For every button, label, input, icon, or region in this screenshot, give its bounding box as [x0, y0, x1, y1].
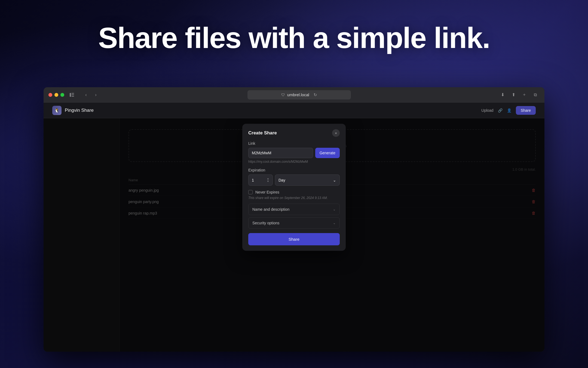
- expiration-row: 1 ▲ ▼ Day ⌄: [248, 174, 340, 186]
- browser-actions: ⬇ ⬆ ＋ ⧉: [498, 91, 540, 99]
- browser-window: ‹ › 🛡 umbrel.local ↻ ⬇ ⬆ ＋ ⧉ 🐧 Pingvin S…: [44, 87, 544, 352]
- share-browser-button[interactable]: ⬆: [509, 91, 518, 99]
- app-logo-icon: 🐧: [54, 108, 60, 113]
- url-text: umbrel.local: [287, 92, 309, 97]
- link-preview: https://my.cool.domain.com/s/M2MzMwM: [248, 160, 340, 164]
- share-action-button[interactable]: Share: [248, 233, 340, 245]
- link-icon: 🔗: [498, 108, 503, 113]
- main-area: Drag'n'drop files 1.0 GB in total. Name …: [44, 118, 544, 352]
- modal-body: Link Generate https://my.cool.domain.com…: [242, 141, 346, 251]
- upload-button[interactable]: Upload: [481, 108, 493, 113]
- expiration-unit-select[interactable]: Day ⌄: [275, 174, 340, 186]
- link-row: Generate: [248, 148, 340, 158]
- traffic-lights: [48, 93, 64, 97]
- tab-overview-button[interactable]: ⧉: [531, 91, 540, 99]
- expiration-number-input[interactable]: 1 ▲ ▼: [248, 174, 273, 186]
- modal-header: Create Share ×: [242, 124, 346, 141]
- back-button[interactable]: ‹: [82, 91, 90, 99]
- security-options-label: Security options: [252, 221, 280, 225]
- svg-rect-0: [70, 93, 71, 97]
- never-expires-checkbox[interactable]: [248, 190, 253, 194]
- generate-button[interactable]: Generate: [315, 148, 340, 158]
- chevron-down-icon: ⌄: [333, 207, 336, 211]
- security-options-accordion-header[interactable]: Security options ⌄: [249, 218, 339, 228]
- address-bar[interactable]: 🛡 umbrel.local ↻: [247, 90, 351, 99]
- browser-nav: ‹ ›: [82, 91, 100, 99]
- app-header-actions: Upload 🔗 👤 Share: [481, 106, 536, 115]
- modal-overlay: Create Share × Link Generate https://my.…: [44, 118, 544, 352]
- expiration-unit-value: Day: [278, 178, 285, 182]
- link-label: Link: [248, 141, 340, 146]
- sidebar-toggle-button[interactable]: [68, 91, 76, 99]
- expiry-info-text: This share will expire on September 26, …: [248, 196, 340, 200]
- modal-title: Create Share: [248, 130, 277, 136]
- svg-rect-3: [72, 96, 74, 97]
- app-logo: 🐧: [52, 106, 62, 115]
- security-options-accordion: Security options ⌄: [248, 217, 340, 229]
- traffic-light-close[interactable]: [48, 93, 52, 97]
- share-header-button[interactable]: Share: [516, 106, 536, 115]
- app-header: 🐧 Pingvin Share Upload 🔗 👤 Share: [44, 102, 544, 118]
- traffic-light-maximize[interactable]: [60, 93, 64, 97]
- download-button[interactable]: ⬇: [498, 91, 507, 99]
- hero-heading: Share files with a simple link.: [0, 22, 588, 54]
- expiration-number-value: 1: [252, 178, 254, 182]
- browser-chrome: ‹ › 🛡 umbrel.local ↻ ⬇ ⬆ ＋ ⧉: [44, 87, 544, 102]
- stepper-up-icon[interactable]: ▲: [267, 177, 269, 180]
- chevron-down-icon: ⌄: [333, 221, 336, 225]
- never-expires-row: Never Expires: [248, 190, 340, 194]
- address-bar-wrap: 🛡 umbrel.local ↻: [103, 90, 495, 99]
- expiration-stepper[interactable]: ▲ ▼: [267, 177, 269, 183]
- chevron-down-icon: ⌄: [333, 178, 336, 182]
- link-input[interactable]: [248, 148, 313, 158]
- svg-rect-1: [72, 93, 74, 94]
- traffic-light-minimize[interactable]: [54, 93, 58, 97]
- shield-icon: 🛡: [281, 93, 285, 97]
- expiration-label: Expiration: [248, 168, 340, 172]
- expiration-form-group: Expiration 1 ▲ ▼ Day: [248, 168, 340, 186]
- never-expires-label: Never Expires: [255, 190, 279, 194]
- app-content: 🐧 Pingvin Share Upload 🔗 👤 Share Drag'n'…: [44, 102, 544, 352]
- stepper-down-icon[interactable]: ▼: [267, 180, 269, 183]
- svg-rect-2: [72, 94, 74, 95]
- forward-button[interactable]: ›: [91, 91, 100, 99]
- name-description-accordion: Name and description ⌄: [248, 204, 340, 215]
- app-name: Pingvin Share: [65, 108, 94, 113]
- name-description-label: Name and description: [252, 207, 289, 212]
- user-icon: 👤: [507, 108, 512, 113]
- new-tab-button[interactable]: ＋: [520, 91, 529, 99]
- modal-close-button[interactable]: ×: [332, 129, 340, 137]
- link-form-group: Link Generate https://my.cool.domain.com…: [248, 141, 340, 164]
- refresh-icon[interactable]: ↻: [314, 92, 317, 97]
- create-share-modal: Create Share × Link Generate https://my.…: [242, 124, 346, 251]
- name-description-accordion-header[interactable]: Name and description ⌄: [249, 204, 339, 215]
